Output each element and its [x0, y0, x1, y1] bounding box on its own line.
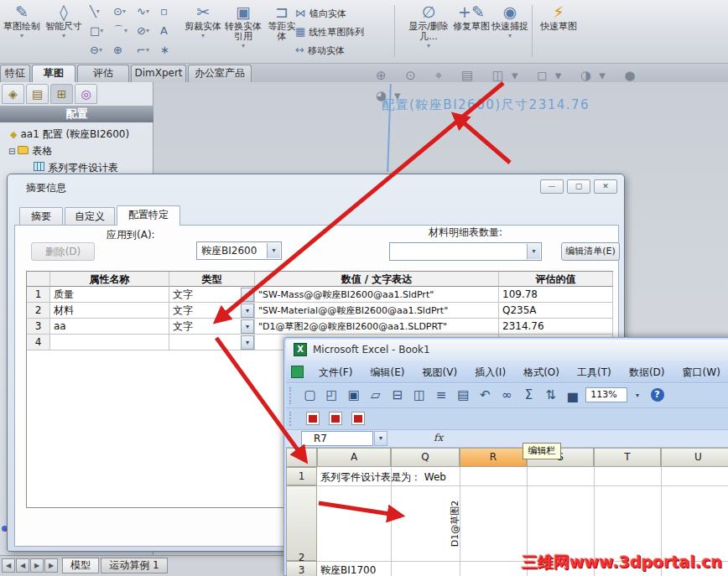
- fx-icon[interactable]: fx: [434, 432, 443, 444]
- tab-scroll-first-button[interactable]: ◀: [2, 558, 15, 573]
- menu-edit[interactable]: 编辑(E): [363, 361, 411, 380]
- feature-manager-tab[interactable]: ◈: [2, 84, 24, 104]
- point-tool[interactable]: ⊕: [111, 42, 134, 60]
- cell-a3[interactable]: 鞍座BI1700: [320, 563, 376, 576]
- excel-titlebar[interactable]: X Microsoft Excel - Book1: [286, 340, 728, 361]
- tab-summary[interactable]: 摘要: [19, 207, 63, 225]
- configuration-manager-tab[interactable]: ⊞: [50, 84, 73, 104]
- configuration-combo[interactable]: 鞍座BI2600 ▾: [196, 241, 282, 260]
- cell-name[interactable]: 质量: [50, 287, 169, 303]
- col-header-u[interactable]: U: [661, 448, 728, 467]
- cell-a1[interactable]: 系列零件设计表是为： Web: [320, 470, 446, 485]
- tab-evaluate[interactable]: 评估: [77, 65, 129, 82]
- new-icon[interactable]: ▢: [301, 384, 319, 407]
- tab-features[interactable]: 特征: [0, 65, 30, 82]
- rectangle-tool[interactable]: □▾: [87, 23, 111, 41]
- zoom-combo[interactable]: 113%: [585, 387, 627, 402]
- menu-window[interactable]: 窗口(W): [676, 361, 727, 380]
- collapse-icon[interactable]: ⊟: [8, 145, 15, 158]
- cell-expression[interactable]: "D1@草图2@@鞍座BI2600@aa1.SLDPRT": [255, 319, 499, 335]
- minimize-button[interactable]: —: [540, 179, 564, 194]
- tab-sketch[interactable]: 草图: [32, 65, 75, 82]
- line-tool[interactable]: ╲▾: [87, 3, 111, 22]
- row-header-1[interactable]: 1: [286, 467, 317, 485]
- chevron-down-icon[interactable]: ▾: [632, 384, 642, 407]
- delete-button[interactable]: 删除(D): [31, 242, 95, 261]
- trim-entities-button[interactable]: ✂ 剪裁实体 ▾: [185, 2, 221, 62]
- permission-icon[interactable]: ▱: [367, 384, 384, 407]
- tab-scroll-next-button[interactable]: ▶: [30, 558, 44, 573]
- tab-office-products[interactable]: 办公室产品: [188, 65, 252, 82]
- sort-icon[interactable]: ⇅: [542, 384, 559, 407]
- maximize-button[interactable]: ▢: [567, 179, 590, 194]
- display-delete-relations-button[interactable]: ∅ 显示/删除几... ▾: [408, 2, 450, 62]
- ellipse-tool[interactable]: ⊘▾: [134, 23, 158, 41]
- mirror-entities-button[interactable]: ⋈镜向实体: [295, 5, 386, 22]
- cell-value[interactable]: Q235A: [499, 303, 613, 319]
- chevron-down-icon[interactable]: ▾: [267, 243, 280, 258]
- cell-q2-vertical-text[interactable]: D1@草图2: [449, 490, 461, 558]
- cell-expression[interactable]: "SW-Mass@@鞍座BI2600@aa1.SldPrt": [255, 287, 499, 303]
- dimension-text[interactable]: 配置(鞍座BI2600)尺寸2314.76: [382, 97, 590, 113]
- pdf-convert-email-icon[interactable]: [329, 412, 342, 425]
- tab-custom[interactable]: 自定义: [65, 207, 115, 225]
- tree-item-configuration[interactable]: ◆aa1 配置 (鞍座BI2600): [10, 127, 129, 142]
- worksheet-menu-icon[interactable]: [291, 366, 304, 378]
- autosum-icon[interactable]: Σ: [520, 384, 538, 407]
- select-all-corner[interactable]: [286, 448, 317, 467]
- heads-up-view-toolbar[interactable]: ⊕ ⊙ ⌖ ▤ ◫▾ ◻▾ ◑▾ ● ◕▾: [376, 65, 653, 86]
- cell-name[interactable]: 材料: [50, 303, 169, 319]
- tree-item-design-table[interactable]: 系列零件设计表: [34, 161, 118, 174]
- property-manager-tab[interactable]: ▤: [26, 84, 49, 104]
- undo-icon[interactable]: ↶: [476, 384, 494, 407]
- hyperlink-icon[interactable]: ∞: [498, 384, 516, 407]
- arc-tool[interactable]: ⌒▾: [111, 23, 134, 41]
- circle-tool[interactable]: ⊙▾: [111, 3, 134, 22]
- pdf-batch-icon[interactable]: [351, 412, 365, 425]
- cell-value[interactable]: 109.78: [499, 287, 613, 303]
- col-header-q[interactable]: Q: [391, 448, 460, 467]
- slot-tool[interactable]: ⊖▾: [87, 42, 111, 60]
- tab-scroll-prev-button[interactable]: ◀: [16, 558, 29, 573]
- linear-pattern-button[interactable]: ▦线性草图阵列: [295, 23, 386, 40]
- row-header-2[interactable]: 2: [286, 485, 317, 561]
- rapid-sketch-button[interactable]: ⚡ 快速草图: [537, 2, 580, 62]
- close-button[interactable]: ✕: [594, 179, 617, 194]
- row-header-3[interactable]: 3: [286, 561, 317, 576]
- pattern-star-tool[interactable]: ∗: [158, 42, 181, 60]
- quick-snaps-button[interactable]: ◉ 快速捕捉 ▾: [491, 2, 528, 62]
- model-tab[interactable]: 模型: [62, 558, 99, 573]
- smart-dimension-button[interactable]: ◊ 智能尺寸 ▾: [44, 2, 84, 62]
- chevron-down-icon[interactable]: ▾: [374, 431, 387, 446]
- help-icon[interactable]: ?: [651, 388, 664, 402]
- offset-entities-button[interactable]: ⊐ 等距实体: [265, 2, 299, 62]
- paste-icon[interactable]: ▤: [455, 384, 472, 407]
- bom-quantity-combo[interactable]: ▾: [389, 242, 542, 261]
- tab-scroll-last-button[interactable]: ▶: [44, 558, 58, 573]
- col-header-r[interactable]: R: [460, 448, 527, 467]
- type-dropdown[interactable]: ▾: [241, 335, 254, 350]
- cell-name[interactable]: aa: [50, 319, 169, 335]
- col-header-a[interactable]: A: [317, 448, 391, 467]
- chevron-down-icon[interactable]: ▾: [527, 244, 540, 259]
- type-dropdown[interactable]: ▾: [241, 319, 254, 334]
- pdf-convert-icon[interactable]: [306, 412, 320, 425]
- chart-wizard-icon[interactable]: ▅: [564, 384, 581, 407]
- copy-icon[interactable]: ≡: [433, 384, 450, 407]
- convert-entities-button[interactable]: ▣ 转换实体引用 ▾: [223, 2, 263, 62]
- move-entities-button[interactable]: ↔移动实体: [295, 42, 386, 59]
- edit-list-button[interactable]: 编辑清单(E): [561, 242, 620, 261]
- cell-name[interactable]: [50, 335, 169, 350]
- menu-format[interactable]: 格式(O): [517, 361, 566, 380]
- tab-dimxpert[interactable]: DimXpert: [131, 65, 186, 82]
- text-tool[interactable]: A: [158, 23, 181, 41]
- tree-item-tables[interactable]: ⊟表格: [8, 144, 52, 158]
- cell-value[interactable]: 2314.76: [499, 319, 613, 335]
- spline-tool[interactable]: ∿▾: [134, 3, 158, 22]
- tab-configuration-specific[interactable]: 配置特定: [117, 205, 180, 226]
- save-icon[interactable]: ▣: [345, 384, 362, 407]
- cell-expression[interactable]: "SW-Material@@鞍座BI2600@aa1.SldPrt": [255, 303, 499, 319]
- print-preview-icon[interactable]: ◫: [411, 384, 429, 407]
- name-box[interactable]: R7: [301, 431, 373, 446]
- selection-box-tool[interactable]: ▫: [158, 3, 181, 22]
